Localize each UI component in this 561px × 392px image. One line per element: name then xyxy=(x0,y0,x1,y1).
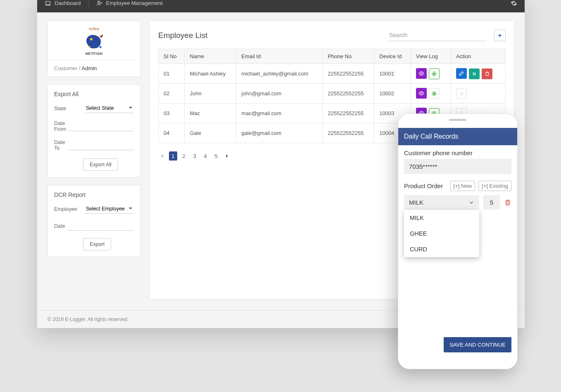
page-3[interactable]: 3 xyxy=(190,151,199,161)
export-button[interactable]: Export xyxy=(83,238,111,250)
status-dot-button[interactable] xyxy=(429,68,440,79)
cell-email: john@gmail.com xyxy=(236,84,323,104)
dcr-report-panel: DCR Report Employee Select Employee Date… xyxy=(48,185,140,257)
state-label: State xyxy=(54,106,85,111)
nav-empmgmt-label: Employee Management xyxy=(106,0,163,6)
laptop-icon xyxy=(45,0,51,7)
gear-icon[interactable] xyxy=(511,0,517,7)
datefrom-input[interactable] xyxy=(67,122,134,131)
view-button[interactable] xyxy=(416,68,427,79)
page-prev[interactable] xyxy=(158,153,166,158)
logo-icon xyxy=(84,33,105,50)
nav-dashboard[interactable]: Dashboard xyxy=(45,0,88,12)
cell-action xyxy=(451,84,506,104)
cell-device: 10001 xyxy=(374,64,411,84)
cell-email: michael_ashley@gmail.com xyxy=(236,64,323,84)
cell-name: John xyxy=(185,84,236,104)
search-input[interactable] xyxy=(387,29,487,41)
cell-email: gale@gmail.com xyxy=(236,123,323,143)
cell-phone: 225522552255 xyxy=(323,64,374,84)
existing-order-button[interactable]: [+] Existing xyxy=(478,181,511,191)
svg-point-1 xyxy=(97,1,100,3)
cell-action xyxy=(451,64,506,84)
svg-point-10 xyxy=(421,92,422,94)
phone-notch xyxy=(398,114,517,128)
svg-point-5 xyxy=(421,73,422,74)
product-dropdown: MILKGHEECURD xyxy=(404,210,479,257)
table-row: 02Johnjohn@gmail.com22552255225510002 xyxy=(159,84,506,104)
option-ghee[interactable]: GHEE xyxy=(404,226,479,241)
phone-mock: Daily Call Records Customer phone number… xyxy=(398,113,518,369)
col-header: Phone No xyxy=(323,49,374,64)
export-title: Export All xyxy=(54,91,134,97)
cell-name: Mac xyxy=(185,104,236,123)
save-continue-button[interactable]: SAVE AND CONTINUE xyxy=(444,337,511,352)
export-all-panel: Export All State Select State Date From … xyxy=(48,84,140,177)
col-header: Device Id xyxy=(374,49,411,64)
trash-icon[interactable] xyxy=(504,199,511,206)
cell-viewlog xyxy=(411,64,451,84)
edit-button[interactable] xyxy=(456,68,467,79)
cust-phone-input[interactable]: 7035****** xyxy=(404,159,511,174)
dcr-date-label: Date xyxy=(54,223,67,229)
state-select[interactable]: Select State xyxy=(85,104,134,113)
add-button[interactable] xyxy=(494,30,506,41)
breadcrumb: Customer / Admin xyxy=(48,60,140,76)
page-5[interactable]: 5 xyxy=(212,151,220,161)
action-disabled-button xyxy=(456,88,467,99)
product-order-label: Product Order xyxy=(404,182,447,189)
plus-icon xyxy=(497,33,503,38)
svg-point-4 xyxy=(99,46,101,48)
dcr-title: DCR Report xyxy=(54,191,134,198)
page-2[interactable]: 2 xyxy=(180,151,188,161)
option-curd[interactable]: CURD xyxy=(404,241,479,257)
dateto-label: Date To xyxy=(54,139,67,151)
cell-name: Michael Ashley xyxy=(185,64,236,84)
breadcrumb-current: Admin xyxy=(82,65,97,71)
col-header: Action xyxy=(451,49,506,64)
product-select[interactable]: MILK MILKGHEECURD xyxy=(404,195,479,210)
topbar: Dashboard Employee Management xyxy=(37,0,525,12)
option-milk[interactable]: MILK xyxy=(404,210,479,226)
datefrom-label: Date From xyxy=(54,120,67,132)
cell-email: mac@gmail.com xyxy=(236,104,323,123)
status-dot-button[interactable] xyxy=(429,88,440,99)
pause-button[interactable] xyxy=(469,68,480,79)
col-header: View Log xyxy=(411,49,451,64)
delete-button[interactable] xyxy=(482,68,492,79)
new-order-button[interactable]: [+] New xyxy=(450,181,475,191)
qty-input[interactable]: 5 xyxy=(483,195,500,210)
phone-header: Daily Call Records xyxy=(398,128,517,145)
cell-sl: 01 xyxy=(159,64,185,84)
page-title: Employee List xyxy=(158,31,207,40)
col-header: Sl No xyxy=(159,49,185,64)
cell-sl: 02 xyxy=(159,84,185,104)
col-header: Name xyxy=(185,49,236,64)
export-all-button[interactable]: Export All xyxy=(83,158,118,171)
svg-point-11 xyxy=(433,93,435,95)
svg-point-2 xyxy=(90,38,93,40)
svg-point-13 xyxy=(461,93,462,94)
view-button[interactable] xyxy=(416,88,427,99)
page-next[interactable] xyxy=(223,153,231,158)
cell-phone: 225522552255 xyxy=(323,123,374,143)
svg-rect-8 xyxy=(473,73,474,76)
page-1[interactable]: 1 xyxy=(169,151,177,161)
breadcrumb-root[interactable]: Customer xyxy=(54,65,77,71)
product-selected: MILK xyxy=(409,199,423,206)
user-plus-icon xyxy=(96,0,103,7)
page-4[interactable]: 4 xyxy=(201,151,209,161)
logo-tagline: नेटफिश xyxy=(54,27,134,32)
cell-sl: 03 xyxy=(159,104,185,123)
cell-phone: 225522552255 xyxy=(323,84,374,104)
nav-dashboard-label: Dashboard xyxy=(55,0,81,6)
cell-name: Gale xyxy=(185,123,236,143)
dcr-date-input[interactable] xyxy=(67,221,134,231)
svg-point-6 xyxy=(433,73,435,75)
sidebar: नेटफिश NETFISH Customer / Admin Export A… xyxy=(48,21,140,299)
employee-label: Employee xyxy=(54,206,85,212)
logo-card: नेटफिश NETFISH Customer / Admin xyxy=(48,21,140,77)
dateto-input[interactable] xyxy=(67,141,134,150)
employee-select[interactable]: Select Employee xyxy=(85,204,134,214)
nav-employee-management[interactable]: Employee Management xyxy=(89,0,170,12)
